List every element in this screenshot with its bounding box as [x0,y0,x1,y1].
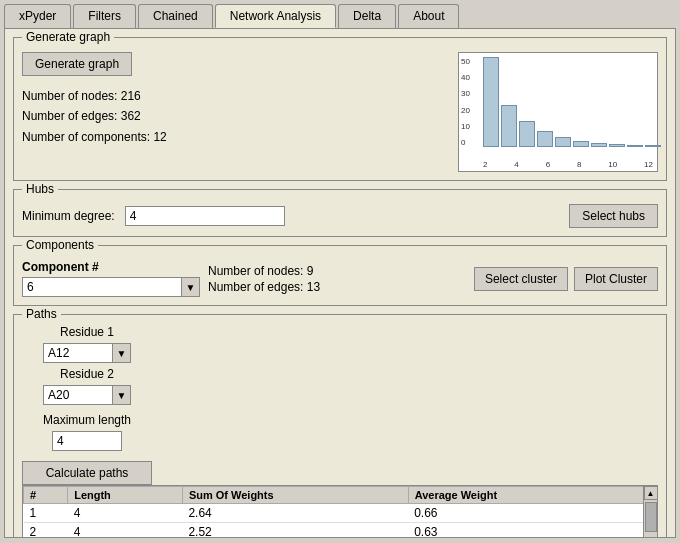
plot-cluster-button[interactable]: Plot Cluster [574,267,658,291]
components-section: Components Component # ▼ Number of nodes… [13,245,667,306]
bar-1 [483,57,499,147]
edges-count: Number of edges: 362 [22,106,448,126]
residue2-arrow[interactable]: ▼ [113,385,131,405]
table-scrollbar[interactable]: ▲ ▼ [643,486,657,538]
generate-graph-title: Generate graph [22,30,114,44]
residue1-input[interactable] [43,343,113,363]
paths-section: Paths Residue 1 ▼ Residue 2 ▼ Maximum le… [13,314,667,538]
comp-row: Component # ▼ Number of nodes: 9 Number … [22,260,658,297]
tab-bar: xPyder Filters Chained Network Analysis … [0,0,680,28]
calculate-paths-button[interactable]: Calculate paths [22,461,152,485]
max-length-label: Maximum length [22,413,152,427]
comp-info: Number of nodes: 9 Number of edges: 13 [208,264,466,294]
residue2-label: Residue 2 [22,367,152,381]
bar-4 [537,131,553,147]
residue1-label: Residue 1 [22,325,152,339]
tab-network-analysis[interactable]: Network Analysis [215,4,336,28]
max-length-input[interactable] [52,431,122,451]
paths-table-wrap: # Length Sum Of Weights Average Weight 1… [22,485,658,538]
cell-num: 2 [24,523,68,539]
tab-delta[interactable]: Delta [338,4,396,28]
table-row[interactable]: 2 4 2.52 0.63 [24,523,657,539]
components-title: Components [22,238,98,252]
residue1-dropdown-row: ▼ [22,343,152,363]
bar-3 [519,121,535,147]
tab-filters[interactable]: Filters [73,4,136,28]
component-label: Component # [22,260,200,274]
residue1-arrow[interactable]: ▼ [113,343,131,363]
bar-6 [573,141,589,147]
generate-left: Generate graph Number of nodes: 216 Numb… [22,52,448,147]
component-dropdown-wrap: ▼ [22,277,200,297]
tab-about[interactable]: About [398,4,459,28]
paths-controls: Residue 1 ▼ Residue 2 ▼ Maximum length C… [22,325,152,485]
col-length: Length [68,487,183,504]
component-dropdown[interactable] [22,277,182,297]
tab-xpyder[interactable]: xPyder [4,4,71,28]
cell-avg-weight: 0.63 [408,523,656,539]
chart-bars [483,57,653,147]
cell-sum-weights: 2.64 [182,504,408,523]
tab-chained[interactable]: Chained [138,4,213,28]
component-dropdown-arrow[interactable]: ▼ [182,277,200,297]
cell-length: 4 [68,523,183,539]
col-sum-weights: Sum Of Weights [182,487,408,504]
cell-sum-weights: 2.52 [182,523,408,539]
paths-table: # Length Sum Of Weights Average Weight 1… [23,486,657,538]
residue2-dropdown-row: ▼ [22,385,152,405]
nodes-count: Number of nodes: 216 [22,86,448,106]
bar-8 [609,144,625,147]
chart-y-labels: 50 40 30 20 10 0 [461,57,470,147]
hubs-title: Hubs [22,182,58,196]
cell-num: 1 [24,504,68,523]
bar-2 [501,105,517,147]
table-row[interactable]: 1 4 2.64 0.66 [24,504,657,523]
bar-5 [555,137,571,147]
hubs-section: Hubs Minimum degree: Select hubs [13,189,667,237]
generate-graph-button[interactable]: Generate graph [22,52,132,76]
select-hubs-button[interactable]: Select hubs [569,204,658,228]
generate-graph-section: Generate graph Generate graph Number of … [13,37,667,181]
bar-7 [591,143,607,147]
degree-chart: 50 40 30 20 10 0 [458,52,658,172]
min-degree-label: Minimum degree: [22,209,115,223]
paths-title: Paths [22,307,61,321]
comp-nodes: Number of nodes: 9 [208,264,466,278]
select-cluster-button[interactable]: Select cluster [474,267,568,291]
comp-actions: Select cluster Plot Cluster [474,267,658,291]
scroll-thumb[interactable] [645,502,657,532]
residue2-input[interactable] [43,385,113,405]
components-count: Number of components: 12 [22,127,448,147]
comp-edges: Number of edges: 13 [208,280,466,294]
cell-length: 4 [68,504,183,523]
col-num: # [24,487,68,504]
col-avg-weight: Average Weight [408,487,656,504]
bar-10 [645,145,661,147]
cell-avg-weight: 0.66 [408,504,656,523]
bar-9 [627,145,643,147]
min-degree-input[interactable] [125,206,285,226]
scroll-up-arrow[interactable]: ▲ [644,486,658,500]
chart-x-labels: 2 4 6 8 10 12 [483,160,653,169]
main-content: Generate graph Generate graph Number of … [4,28,676,538]
